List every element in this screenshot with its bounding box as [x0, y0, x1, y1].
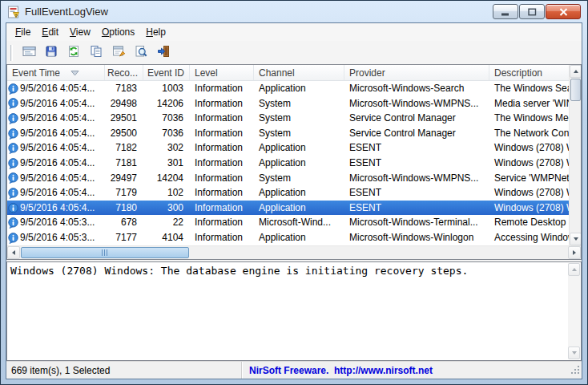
- cell-provider[interactable]: Microsoft-Windows-Terminal...: [344, 215, 489, 230]
- titlebar[interactable]: FullEventLogView: [1, 1, 587, 22]
- cell-channel[interactable]: Application: [254, 156, 344, 171]
- nirsoft-link[interactable]: NirSoft Freeware. http://www.nirsoft.net: [249, 365, 433, 376]
- cell-time[interactable]: 9/5/2016 4:05:4...: [7, 140, 105, 156]
- cell-level[interactable]: Information: [190, 126, 254, 141]
- cell-record[interactable]: 7183: [105, 81, 143, 96]
- menu-edit[interactable]: Edit: [36, 24, 64, 41]
- cell-time[interactable]: 9/5/2016 4:05:4...: [7, 126, 105, 141]
- save-button[interactable]: [41, 43, 62, 63]
- cell-provider[interactable]: Microsoft-Windows-Winlogon: [344, 230, 489, 245]
- cell-description[interactable]: The Windows Med: [489, 111, 569, 126]
- cell-event_id[interactable]: 102: [143, 185, 190, 201]
- cell-channel[interactable]: System: [254, 96, 344, 111]
- cell-time[interactable]: 9/5/2016 4:05:4...: [7, 96, 105, 111]
- event-properties-button[interactable]: [18, 43, 39, 63]
- event-row[interactable]: 9/5/2016 4:05:4...7181301InformationAppl…: [7, 156, 569, 171]
- event-row[interactable]: 9/5/2016 4:05:4...7180300InformationAppl…: [7, 201, 569, 216]
- cell-record[interactable]: 7180: [105, 201, 143, 216]
- menu-options[interactable]: Options: [96, 24, 140, 41]
- cell-time[interactable]: 9/5/2016 4:05:4...: [7, 111, 105, 126]
- cell-time[interactable]: 9/5/2016 4:05:3...: [7, 230, 105, 245]
- minimize-button[interactable]: [493, 4, 518, 19]
- cell-provider[interactable]: Microsoft-Windows-WMPNS...: [344, 96, 489, 111]
- cell-provider[interactable]: Microsoft-Windows-WMPNS...: [344, 171, 489, 186]
- cell-level[interactable]: Information: [190, 185, 254, 201]
- cell-level[interactable]: Information: [190, 215, 254, 230]
- cell-description[interactable]: Windows (2708) W: [489, 140, 569, 156]
- copy-button[interactable]: [86, 43, 107, 63]
- detail-scroll-down-button[interactable]: [568, 346, 580, 359]
- cell-channel[interactable]: Application: [254, 201, 344, 216]
- menu-help[interactable]: Help: [140, 24, 171, 41]
- column-header-description[interactable]: Description: [489, 65, 569, 80]
- cell-level[interactable]: Information: [190, 171, 254, 186]
- cell-level[interactable]: Information: [190, 156, 254, 171]
- cell-channel[interactable]: Application: [254, 230, 344, 245]
- refresh-button[interactable]: [63, 43, 84, 63]
- menu-file[interactable]: File: [10, 24, 36, 41]
- event-row[interactable]: 9/5/2016 4:05:3...71774104InformationApp…: [7, 230, 569, 245]
- cell-provider[interactable]: Microsoft-Windows-Search: [344, 81, 489, 96]
- cell-description[interactable]: Remote Desktop S: [489, 215, 569, 230]
- cell-channel[interactable]: Application: [254, 185, 344, 201]
- event-row[interactable]: 9/5/2016 4:05:3...67822InformationMicros…: [7, 215, 569, 230]
- cell-record[interactable]: 29497: [105, 171, 143, 186]
- cell-event_id[interactable]: 300: [143, 201, 190, 216]
- column-header-time[interactable]: Event Time: [7, 65, 105, 80]
- event-row[interactable]: 9/5/2016 4:05:4...295007036InformationSy…: [7, 126, 569, 141]
- cell-event_id[interactable]: 7036: [143, 111, 190, 126]
- list-horizontal-scrollbar[interactable]: [7, 245, 581, 259]
- cell-event_id[interactable]: 301: [143, 156, 190, 171]
- scroll-down-button[interactable]: [570, 233, 582, 245]
- scroll-right-button[interactable]: [568, 246, 581, 259]
- cell-provider[interactable]: ESENT: [344, 140, 489, 156]
- cell-provider[interactable]: ESENT: [344, 185, 489, 201]
- cell-event_id[interactable]: 1003: [143, 81, 190, 96]
- cell-description[interactable]: Windows (2708) W: [489, 156, 569, 171]
- cell-level[interactable]: Information: [190, 230, 254, 245]
- cell-description[interactable]: Service 'WMPNetw: [489, 171, 569, 186]
- cell-record[interactable]: 29498: [105, 96, 143, 111]
- cell-record[interactable]: 29500: [105, 126, 143, 141]
- cell-channel[interactable]: System: [254, 171, 344, 186]
- event-row[interactable]: 9/5/2016 4:05:4...295017036InformationSy…: [7, 111, 569, 126]
- column-header-provider[interactable]: Provider: [344, 65, 489, 80]
- cell-event_id[interactable]: 14204: [143, 171, 190, 186]
- cell-channel[interactable]: Application: [254, 81, 344, 96]
- column-header-event_id[interactable]: Event ID: [143, 65, 190, 80]
- cell-level[interactable]: Information: [190, 81, 254, 96]
- cell-channel[interactable]: Microsoft-Wind...: [254, 215, 344, 230]
- cell-record[interactable]: 7177: [105, 230, 143, 245]
- cell-level[interactable]: Information: [190, 111, 254, 126]
- cell-event_id[interactable]: 14206: [143, 96, 190, 111]
- event-row[interactable]: 9/5/2016 4:05:4...71831003InformationApp…: [7, 81, 569, 96]
- event-row[interactable]: 9/5/2016 4:05:4...7182302InformationAppl…: [7, 140, 569, 156]
- cell-level[interactable]: Information: [190, 201, 254, 216]
- cell-event_id[interactable]: 22: [143, 215, 190, 230]
- cell-provider[interactable]: ESENT: [344, 156, 489, 171]
- find-button[interactable]: [131, 43, 151, 63]
- event-row[interactable]: 9/5/2016 4:05:4...2949814206InformationS…: [7, 96, 569, 111]
- event-row[interactable]: 9/5/2016 4:05:4...2949714204InformationS…: [7, 171, 569, 186]
- column-header-record[interactable]: Reco...: [105, 65, 143, 80]
- cell-record[interactable]: 7179: [105, 185, 143, 201]
- menu-view[interactable]: View: [64, 24, 96, 41]
- horizontal-scroll-thumb[interactable]: [21, 247, 189, 258]
- cell-time[interactable]: 9/5/2016 4:05:4...: [7, 171, 105, 186]
- detail-scroll-up-button[interactable]: [568, 263, 580, 276]
- cell-event_id[interactable]: 7036: [143, 126, 190, 141]
- cell-time[interactable]: 9/5/2016 4:05:3...: [7, 215, 105, 230]
- properties-button[interactable]: [108, 43, 129, 63]
- cell-provider[interactable]: Service Control Manager: [344, 126, 489, 141]
- list-vertical-scrollbar[interactable]: [569, 65, 581, 245]
- cell-event_id[interactable]: 4104: [143, 230, 190, 245]
- cell-level[interactable]: Information: [190, 96, 254, 111]
- maximize-button[interactable]: [519, 4, 545, 19]
- cell-time[interactable]: 9/5/2016 4:05:4...: [7, 185, 105, 201]
- scroll-left-button[interactable]: [7, 246, 20, 259]
- close-button[interactable]: [546, 4, 581, 19]
- detail-vertical-scrollbar[interactable]: [568, 263, 580, 359]
- resize-grip-icon[interactable]: [570, 365, 580, 377]
- cell-channel[interactable]: Application: [254, 140, 344, 156]
- column-header-level[interactable]: Level: [190, 65, 254, 80]
